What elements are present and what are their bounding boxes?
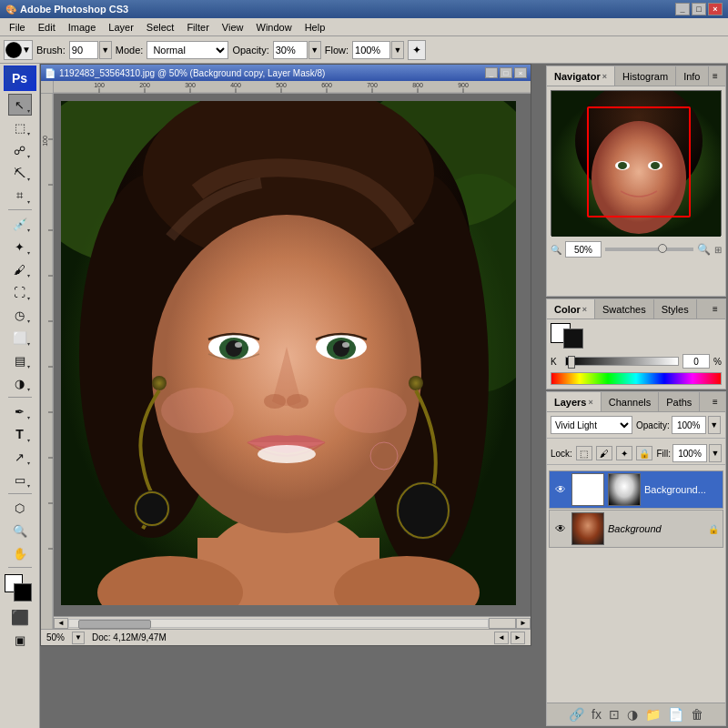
opacity-value-input[interactable] [672, 416, 706, 434]
screen-mode-btn[interactable]: ▣ [8, 629, 32, 651]
menu-edit[interactable]: Edit [33, 20, 61, 35]
path-select-tool[interactable]: ↗▾ [8, 446, 32, 468]
doc-maximize[interactable]: □ [500, 67, 512, 78]
nav-zoom-input[interactable] [565, 241, 602, 258]
menu-filter[interactable]: Filter [181, 20, 214, 35]
zoom-fit-icon[interactable]: ⊞ [714, 245, 722, 255]
layer-link-btn[interactable]: 🔗 [569, 707, 584, 722]
airbrush-btn[interactable]: ✦ [408, 40, 426, 60]
fill-dropdown-btn[interactable]: ▼ [709, 444, 722, 462]
lock-paint-btn[interactable]: 🖌 [596, 446, 612, 460]
scroll-left-btn[interactable]: ◄ [54, 618, 68, 629]
next-frame-btn[interactable]: ► [511, 632, 525, 644]
flow-input[interactable]: 100% [352, 41, 390, 59]
brush-tool[interactable]: 🖌▾ [8, 258, 32, 280]
tab-swatches[interactable]: Swatches [595, 299, 654, 318]
menu-layer[interactable]: Layer [103, 20, 139, 35]
background-color-swatch[interactable] [563, 329, 583, 349]
heal-tool[interactable]: ✦▾ [8, 236, 32, 258]
k-slider[interactable] [565, 357, 679, 366]
marquee-tool[interactable]: ⬚▾ [8, 116, 32, 138]
hand-tool[interactable]: ✋ [8, 542, 32, 564]
maximize-button[interactable]: □ [692, 3, 706, 15]
k-value-input[interactable] [682, 354, 710, 369]
lock-all-btn[interactable]: 🔒 [636, 446, 652, 460]
scrollbar-horizontal[interactable]: ◄ ► [54, 616, 531, 629]
opacity-input[interactable]: 30% [273, 41, 308, 59]
opacity-dropdown-btn[interactable]: ▼ [708, 416, 721, 434]
navigator-menu-icon[interactable]: ≡ [709, 70, 722, 83]
history-tool[interactable]: ◷▾ [8, 304, 32, 326]
type-tool[interactable]: T▾ [8, 423, 32, 445]
delete-layer-btn[interactable]: 🗑 [691, 707, 703, 722]
tab-navigator[interactable]: Navigator × [547, 66, 615, 86]
tab-styles[interactable]: Styles [654, 299, 697, 318]
brush-size-arrow[interactable]: ▼ [99, 41, 112, 59]
scroll-right-btn[interactable]: ► [516, 618, 531, 629]
flow-arrow[interactable]: ▼ [391, 41, 404, 59]
tab-paths[interactable]: Paths [659, 392, 700, 411]
layer-fx-btn[interactable]: fx [592, 707, 602, 722]
layers-panel-menu-icon[interactable]: ≡ [709, 396, 722, 409]
lock-transparent-btn[interactable]: ⬚ [576, 446, 592, 460]
doc-close[interactable]: × [514, 67, 527, 78]
menu-image[interactable]: Image [63, 20, 102, 35]
new-layer-btn[interactable]: 📄 [668, 707, 683, 722]
quick-select-tool[interactable]: ⛏▾ [8, 162, 32, 184]
pen-tool[interactable]: ✒▾ [8, 400, 32, 422]
zoom-tool[interactable]: 🔍 [8, 520, 32, 541]
move-tool[interactable]: ↖▾ [8, 94, 32, 116]
k-slider-thumb[interactable] [568, 356, 575, 369]
menu-view[interactable]: View [217, 20, 249, 35]
layer-0-visibility[interactable]: 👁 [553, 482, 568, 497]
opacity-arrow[interactable]: ▼ [308, 41, 321, 59]
crop-tool[interactable]: ⌗▾ [8, 185, 32, 207]
tab-histogram[interactable]: Histogram [615, 66, 676, 86]
zoom-slider-thumb[interactable] [658, 244, 667, 253]
menu-help[interactable]: Help [299, 20, 331, 35]
doc-minimize[interactable]: _ [485, 67, 498, 78]
menu-file[interactable]: File [4, 20, 31, 35]
color-panel-menu-icon[interactable]: ≡ [709, 303, 722, 316]
lasso-tool[interactable]: ☍▾ [8, 139, 32, 161]
layers-tab-close[interactable]: × [588, 398, 592, 407]
layer-adjust-btn[interactable]: ◑ [627, 707, 638, 722]
fill-value-input[interactable] [672, 444, 707, 462]
zoom-menu-btn[interactable]: ▼ [72, 632, 85, 644]
zoom-in-icon[interactable]: 🔍 [697, 243, 711, 256]
menu-window[interactable]: Window [251, 20, 298, 35]
eraser-tool[interactable]: ⬜▾ [8, 327, 32, 349]
background-color[interactable] [14, 583, 32, 602]
menu-select[interactable]: Select [141, 20, 180, 35]
tab-color[interactable]: Color × [547, 299, 595, 318]
close-button[interactable]: × [708, 3, 723, 15]
brush-size-input[interactable]: 90 [69, 41, 98, 59]
3d-tool[interactable]: ⬡ [8, 497, 32, 519]
brush-picker[interactable]: ▼ [4, 40, 33, 60]
canvas-content[interactable] [61, 101, 516, 605]
prev-frame-btn[interactable]: ◄ [494, 632, 509, 644]
tab-info[interactable]: Info [676, 66, 708, 86]
new-group-btn[interactable]: 📁 [645, 707, 661, 722]
clone-tool[interactable]: ⛶▾ [8, 281, 32, 303]
tab-layers[interactable]: Layers × [547, 392, 602, 411]
blend-mode-select[interactable]: Normal [147, 41, 228, 59]
zoom-slider[interactable] [605, 248, 693, 251]
tab-channels[interactable]: Channels [602, 392, 659, 411]
shape-tool[interactable]: ▭▾ [8, 469, 32, 490]
color-fg-bg-picker[interactable] [551, 323, 583, 349]
h-scroll-thumb[interactable] [78, 620, 151, 629]
color-spectrum-bar[interactable] [551, 372, 722, 385]
layer-1-visibility[interactable]: 👁 [553, 521, 568, 536]
eyedropper-tool[interactable]: 💉▾ [8, 213, 32, 235]
layer-item-1[interactable]: 👁 Background 🔒 [549, 510, 723, 548]
layer-mask-btn[interactable]: ⊡ [609, 707, 620, 722]
lock-position-btn[interactable]: ✦ [616, 446, 632, 460]
tab-navigator-close[interactable]: × [602, 72, 607, 81]
zoom-out-icon[interactable]: 🔍 [551, 245, 561, 255]
color-tab-close[interactable]: × [582, 305, 587, 314]
gradient-tool[interactable]: ▤▾ [8, 349, 32, 371]
quick-mask-btn[interactable]: ⬛ [8, 606, 32, 628]
layer-blend-mode-select[interactable]: Vivid Light Normal Multiply Screen Overl… [551, 416, 632, 434]
dodge-tool[interactable]: ◑▾ [8, 372, 32, 394]
